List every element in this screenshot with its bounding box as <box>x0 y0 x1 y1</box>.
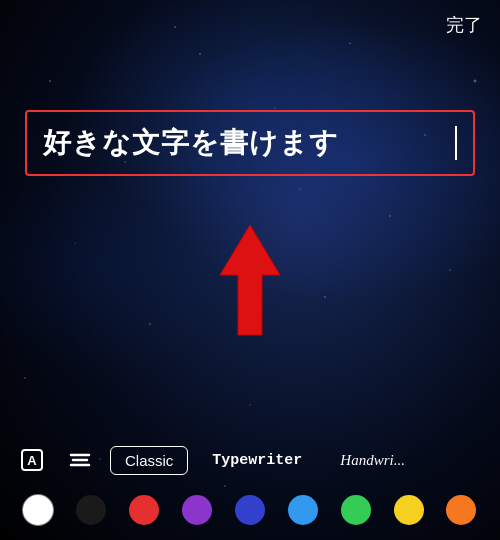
bottom-toolbar: A Classic Typewriter Handwri... <box>0 435 500 485</box>
text-input-container: 好きな文字を書けます <box>25 110 475 176</box>
align-icon <box>68 448 92 472</box>
font-option-classic[interactable]: Classic <box>110 446 188 475</box>
font-options-list: Classic Typewriter Handwri... <box>110 446 486 475</box>
color-picker-row <box>0 488 500 532</box>
svg-marker-0 <box>220 225 280 335</box>
text-input-box[interactable]: 好きな文字を書けます <box>25 110 475 176</box>
text-cursor <box>455 126 457 160</box>
color-swatch-red[interactable] <box>129 495 159 525</box>
align-button[interactable] <box>62 442 98 478</box>
done-button[interactable]: 完了 <box>446 13 482 37</box>
color-swatch-black[interactable] <box>76 495 106 525</box>
color-swatch-blue[interactable] <box>288 495 318 525</box>
font-option-handwriting[interactable]: Handwri... <box>326 447 419 474</box>
arrow-indicator <box>190 220 310 340</box>
arrow-svg <box>190 220 310 340</box>
color-swatch-green[interactable] <box>341 495 371 525</box>
color-swatch-yellow[interactable] <box>394 495 424 525</box>
font-option-typewriter[interactable]: Typewriter <box>198 447 316 474</box>
font-icon: A <box>20 448 44 472</box>
font-style-button[interactable]: A <box>14 442 50 478</box>
color-swatch-orange[interactable] <box>446 495 476 525</box>
color-swatch-purple[interactable] <box>182 495 212 525</box>
text-content: 好きな文字を書けます <box>43 124 453 162</box>
app: 完了 好きな文字を書けます A <box>0 0 500 540</box>
top-bar: 完了 <box>0 0 500 50</box>
color-swatch-white[interactable] <box>23 495 53 525</box>
color-swatch-dark-blue[interactable] <box>235 495 265 525</box>
svg-text:A: A <box>27 453 37 468</box>
